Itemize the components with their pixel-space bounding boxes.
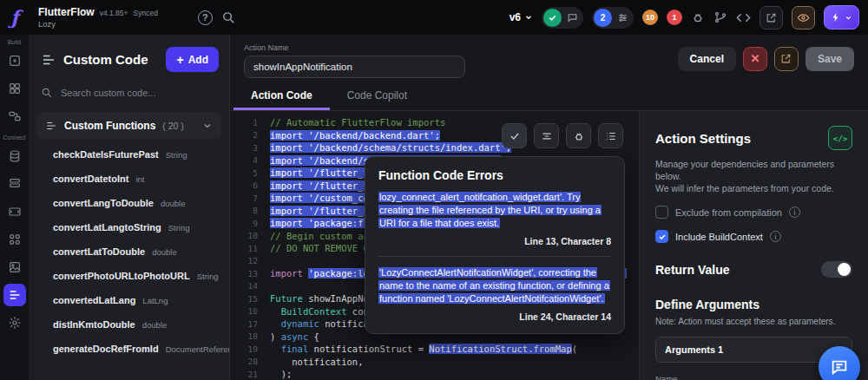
error-item: lozy_connect_alert_notifcation_widget.da… <box>378 191 611 246</box>
function-return-type: int <box>135 174 144 184</box>
function-list-item[interactable]: convertLatLangtoStringString <box>29 215 229 239</box>
tab-action-code[interactable]: Action Code <box>233 82 330 110</box>
warnings-count-badge[interactable]: 10 <box>642 10 658 25</box>
line-number: 21 <box>230 370 270 379</box>
format-check-button[interactable] <box>502 123 527 148</box>
view-code-icon[interactable] <box>736 10 751 25</box>
function-return-type: double <box>152 247 177 257</box>
custom-functions-list: checkDateIsFuturePastStringconvertDateto… <box>29 142 229 361</box>
action-settings-panel: Action Settings </> Manage your dependen… <box>639 111 868 380</box>
save-button[interactable]: Save <box>806 47 854 71</box>
line-content: import '/backend/schema/structs/index.da… <box>270 142 511 153</box>
line-content: import '/backend/backend.dart'; <box>270 130 440 141</box>
code-editor[interactable]: 1// Automatic FlutterFlow imports2import… <box>230 111 639 380</box>
preview-eye-icon[interactable] <box>792 6 815 29</box>
function-name: checkDateIsFuturePast <box>53 149 159 160</box>
align-code-button[interactable] <box>534 123 559 148</box>
function-list-item[interactable]: convertDatetoIntint <box>29 167 229 191</box>
editor-tabs: Action Code Code Copilot <box>230 82 868 111</box>
line-number: 6 <box>230 180 270 190</box>
page-builder-icon[interactable] <box>3 49 26 72</box>
git-branch-icon[interactable] <box>713 10 727 24</box>
function-list-item[interactable]: convertLangToDoubledouble <box>29 191 229 215</box>
app-settings-icon[interactable] <box>3 311 26 334</box>
function-code-errors-panel: Function Code Errors lozy_connect_alert_… <box>365 156 625 334</box>
flutterflow-app: ƒ FlutterFlow v4.1.85+ Synced Lozy ? v6 <box>0 0 868 380</box>
function-list-item[interactable]: convertPhotoURLtoPhotoURLString <box>29 264 229 288</box>
section-title: Custom Functions <box>64 120 155 132</box>
function-return-type: double <box>142 320 168 330</box>
info-icon[interactable]: i <box>789 206 800 218</box>
open-in-new-button[interactable] <box>774 47 799 71</box>
line-number: 20 <box>230 357 270 366</box>
code-line[interactable]: 21 ); <box>230 368 639 380</box>
api-calls-icon[interactable] <box>3 200 26 223</box>
return-value-toggle[interactable] <box>821 261 852 278</box>
changes-pill[interactable]: 2 <box>592 7 634 29</box>
cancel-button[interactable]: Cancel <box>678 47 736 71</box>
info-icon[interactable]: i <box>770 231 781 242</box>
sliders-icon[interactable] <box>614 9 632 27</box>
function-list-item[interactable]: checkDateIsFuturePastString <box>29 142 229 167</box>
function-return-type: DocumentReference <box>166 344 230 354</box>
line-content: final notificationStruct = NotificationS… <box>270 344 577 354</box>
function-list-item[interactable]: generateDocRefFromIdDocumentReference <box>29 337 229 361</box>
functions-icon <box>45 120 57 132</box>
panel-title: Custom Code <box>63 52 148 67</box>
function-list-item[interactable]: convertLatToDoubledouble <box>29 239 229 264</box>
code-line[interactable]: 20 notification, <box>230 356 639 369</box>
function-list-item[interactable]: convertedLatLangLatLng <box>29 288 229 312</box>
widget-palette-icon[interactable] <box>3 77 26 100</box>
code-line[interactable]: 19 final notificationStruct = Notificati… <box>230 343 639 356</box>
search-icon[interactable] <box>221 10 236 25</box>
add-custom-code-button[interactable]: + Add <box>166 47 219 72</box>
function-name: convertLatToDouble <box>53 246 145 257</box>
branch-selector[interactable]: v6 <box>510 11 533 23</box>
help-icon[interactable]: ? <box>198 10 213 25</box>
errors-count-badge[interactable]: 1 <box>667 10 682 25</box>
search-custom-code[interactable]: Search custom code... <box>29 79 229 107</box>
comments-icon[interactable] <box>563 9 582 27</box>
function-name: convertLatLangtoString <box>53 222 161 233</box>
open-in-new-icon[interactable] <box>760 6 783 29</box>
sync-status: Synced <box>134 9 158 17</box>
tab-code-copilot[interactable]: Code Copilot <box>330 82 424 110</box>
error-list-button[interactable] <box>598 123 623 148</box>
function-return-type: double <box>161 199 186 208</box>
debug-button[interactable] <box>566 123 591 148</box>
line-number: 18 <box>230 331 270 341</box>
custom-functions-section-header[interactable]: Custom Functions ( 20 ) <box>36 112 221 139</box>
function-list-item[interactable]: distInKmtoDoubledouble <box>29 312 229 337</box>
include-buildcontext-row: Include BuildContext i <box>655 230 852 243</box>
error-location: Line 24, Character 14 <box>378 311 611 322</box>
action-name-input[interactable] <box>244 56 465 78</box>
function-return-type: String <box>197 272 219 281</box>
settings-description: Manage your dependencies and parameters … <box>655 158 852 194</box>
project-info: FlutterFlow v4.1.85+ Synced Lozy <box>38 6 158 29</box>
search-icon <box>41 87 53 99</box>
function-name: generateDocRefFromId <box>53 344 159 354</box>
media-assets-icon[interactable] <box>3 256 26 278</box>
include-checkbox[interactable] <box>655 230 668 243</box>
integrations-icon[interactable] <box>3 228 26 251</box>
action-name-label: Action Name <box>244 43 465 52</box>
line-number: 2 <box>230 130 270 140</box>
storyboard-icon[interactable] <box>3 105 26 128</box>
data-types-icon[interactable] <box>3 173 26 195</box>
view-boilerplate-button[interactable]: </> <box>828 126 852 150</box>
topbar: ƒ FlutterFlow v4.1.85+ Synced Lozy ? v6 <box>0 0 868 35</box>
flutterflow-logo-icon[interactable]: ƒ <box>0 0 30 35</box>
exclude-checkbox[interactable] <box>655 206 668 219</box>
line-number: 10 <box>230 231 270 240</box>
close-button[interactable]: ✕ <box>743 47 767 71</box>
database-icon[interactable] <box>3 145 26 167</box>
chevron-down-icon <box>845 14 852 22</box>
bug-icon[interactable] <box>691 10 705 24</box>
project-health-pill[interactable] <box>542 7 583 29</box>
run-app-button[interactable] <box>824 5 859 29</box>
return-value-label: Return Value <box>655 263 730 277</box>
app-version: v4.1.85+ <box>100 9 128 17</box>
chevron-down-icon[interactable] <box>202 121 213 131</box>
custom-code-icon[interactable] <box>3 284 26 306</box>
project-name[interactable]: Lozy <box>38 19 158 29</box>
